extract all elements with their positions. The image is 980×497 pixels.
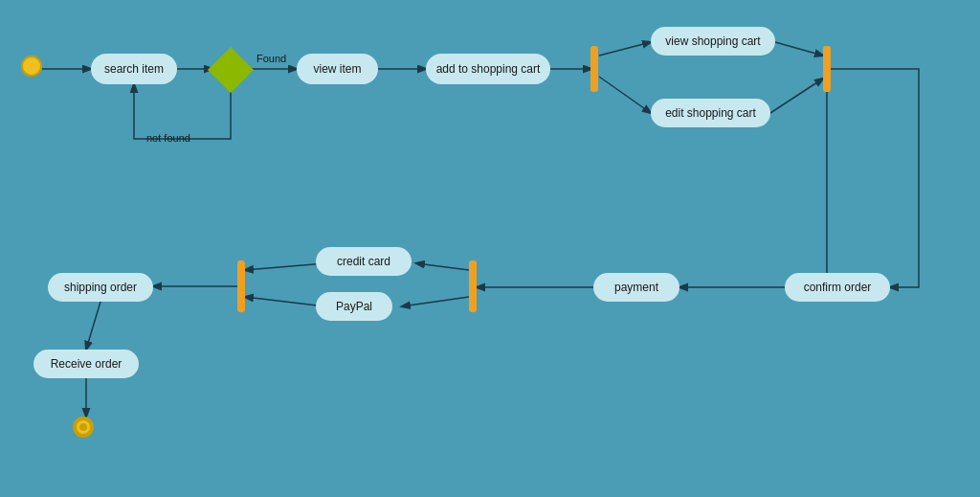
svg-line-7 xyxy=(775,42,823,56)
paypal-node: PayPal xyxy=(316,292,392,321)
payment-node: payment xyxy=(593,273,679,302)
found-label: Found xyxy=(256,53,286,64)
confirm-order-node: confirm order xyxy=(785,273,890,302)
credit-card-node: credit card xyxy=(316,247,412,276)
svg-line-14 xyxy=(245,263,325,270)
receive-order-node: Receive order xyxy=(33,350,139,378)
end-node-inner xyxy=(79,423,87,431)
diagram-container: search item Found not found view item ad… xyxy=(0,0,980,497)
join-bar-2 xyxy=(237,260,245,312)
svg-line-15 xyxy=(245,297,325,306)
edit-cart-node: edit shopping cart xyxy=(651,99,770,127)
join-bar-1 xyxy=(823,46,831,92)
add-to-cart-node: add to shopping cart xyxy=(426,54,550,84)
svg-line-8 xyxy=(770,79,823,113)
fork-bar-2 xyxy=(469,260,477,312)
fork-bar-1 xyxy=(590,46,598,92)
shipping-order-node: shipping order xyxy=(48,273,153,302)
view-cart-node: view shopping cart xyxy=(651,27,775,56)
svg-line-12 xyxy=(416,263,469,270)
svg-line-6 xyxy=(599,77,651,113)
view-item-node: view item xyxy=(297,54,378,84)
start-node xyxy=(21,56,42,77)
not-found-label: not found xyxy=(146,132,190,144)
svg-line-17 xyxy=(86,302,100,350)
search-item-node: search item xyxy=(91,54,177,84)
svg-line-5 xyxy=(599,42,651,56)
svg-line-13 xyxy=(402,297,469,306)
